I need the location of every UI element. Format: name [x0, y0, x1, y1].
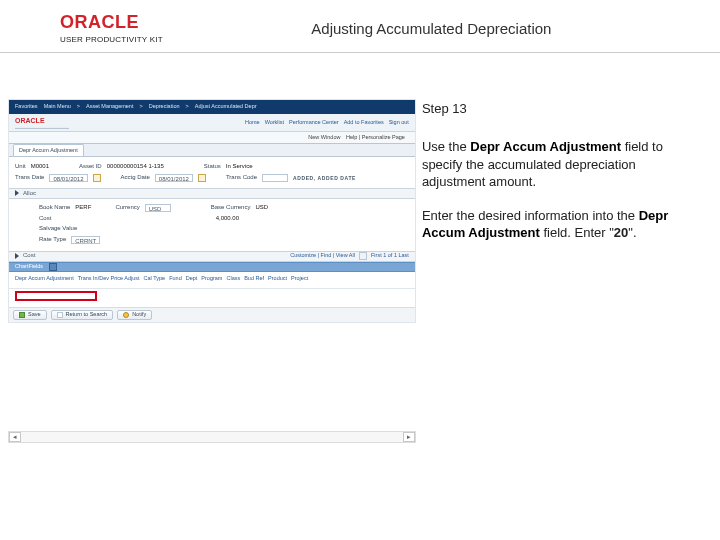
chevron-right-icon — [15, 190, 19, 196]
save-icon — [19, 312, 25, 318]
transdate-input[interactable]: 08/01/2012 — [49, 174, 87, 182]
brand-logo: ORACLE — [60, 12, 139, 33]
acctdate-input[interactable]: 08/01/2012 — [155, 174, 193, 182]
app-logobar: ORACLE Home Worklist Performance Center … — [9, 114, 415, 132]
currency-input[interactable]: USD — [145, 204, 171, 212]
col-header[interactable]: Cal Type — [144, 275, 166, 282]
currency-label: Currency — [115, 204, 139, 212]
grid-row — [9, 289, 415, 307]
scroll-left-arrow[interactable]: ◂ — [9, 432, 21, 442]
tab-depr-accum-adjustment[interactable]: Depr Accum Adjustment — [13, 144, 84, 156]
cost-value: 4,000.00 — [216, 215, 239, 223]
unit-value: M0001 — [31, 163, 49, 171]
form-header: Unit M0001 Asset ID 000000000154 1-135 S… — [9, 157, 415, 188]
notify-label: Notify — [132, 311, 146, 318]
return-label: Return to Search — [66, 311, 108, 318]
bookname-value: PERF — [75, 204, 91, 212]
status-value: In Service — [226, 163, 253, 171]
chevron-right-icon — [15, 253, 19, 259]
col-header[interactable]: Trans In/Dev Price Adjust — [78, 275, 140, 282]
salvage-label: Salvage Value — [39, 225, 77, 233]
calendar-icon[interactable] — [198, 174, 206, 182]
app-user-links: New Window Help | Personalize Page — [9, 132, 415, 143]
brand-subtitle: USER PRODUCTIVITY KIT — [60, 35, 163, 44]
calendar-icon[interactable] — [93, 174, 101, 182]
basecurrency-label: Base Currency — [211, 204, 251, 212]
ratetype-label: Rate Type — [39, 236, 66, 244]
expand-icon[interactable] — [49, 263, 57, 271]
app-tabbar: Depr Accum Adjustment — [9, 143, 415, 157]
app-breadcrumb-bar: Favorites Main Menu> Asset Management> D… — [9, 100, 415, 114]
return-to-search-button[interactable]: Return to Search — [51, 310, 114, 320]
page-header: ORACLE USER PRODUCTIVITY KIT Adjusting A… — [0, 0, 720, 53]
section-alloc-label: Alloc — [23, 190, 36, 198]
breadcrumb-item[interactable]: Main Menu — [44, 103, 71, 110]
page-title: Adjusting Accumulated Depreciation — [203, 20, 660, 37]
app-window: Favorites Main Menu> Asset Management> D… — [8, 99, 416, 323]
grid-customize-links[interactable]: Customize | Find | View All — [290, 252, 355, 259]
app-logo: ORACLE — [15, 116, 69, 125]
instruction-paragraph-1: Use the Depr Accum Adjustment field to s… — [422, 138, 680, 191]
chartfields-label: ChartFields — [15, 263, 43, 270]
horizontal-scrollbar[interactable]: ◂ ▸ — [8, 431, 416, 443]
instruction-panel: Step 13 Use the Depr Accum Adjustment fi… — [422, 99, 680, 443]
header-link[interactable]: Performance Center — [289, 119, 339, 126]
scroll-right-arrow[interactable]: ▸ — [403, 432, 415, 442]
search-icon — [57, 312, 63, 318]
col-header[interactable]: Fund — [169, 275, 182, 282]
header-link[interactable]: Sign out — [389, 119, 409, 126]
depr-accum-adjustment-field[interactable] — [15, 291, 97, 301]
save-button[interactable]: Save — [13, 310, 47, 320]
basecurrency-value: USD — [255, 204, 268, 212]
app-header-links: Home Worklist Performance Center Add to … — [245, 119, 409, 126]
cost-label: Cost — [39, 215, 51, 223]
section-alloc[interactable]: Alloc — [9, 188, 415, 199]
chartfields-strip: ChartFields — [9, 262, 415, 272]
transcode-hint: ADDED, ADDED DATE — [293, 175, 356, 182]
col-header[interactable]: Depr Accum Adjustment — [15, 275, 74, 282]
step-number: Step 13 — [422, 101, 680, 116]
app-screenshot: Favorites Main Menu> Asset Management> D… — [8, 99, 416, 443]
assetid-label: Asset ID — [79, 163, 102, 171]
acctdate-label: Acctg Date — [121, 174, 150, 182]
col-header[interactable]: Program — [201, 275, 222, 282]
unit-label: Unit — [15, 163, 26, 171]
save-label: Save — [28, 311, 41, 318]
input-value-emphasis: 20 — [614, 225, 628, 240]
brand-block: ORACLE USER PRODUCTIVITY KIT — [60, 12, 163, 44]
col-header[interactable]: Class — [226, 275, 240, 282]
breadcrumb-item[interactable]: Asset Management — [86, 103, 133, 110]
col-header[interactable]: Dept — [186, 275, 198, 282]
grid-column-headers: Depr Accum Adjustment Trans In/Dev Price… — [9, 272, 415, 289]
scroll-track[interactable] — [21, 432, 403, 442]
notify-icon — [123, 312, 129, 318]
header-link[interactable]: Home — [245, 119, 260, 126]
section-cost-label: Cost — [23, 252, 35, 260]
header-link[interactable]: Add to Favorites — [344, 119, 384, 126]
col-header[interactable]: Product — [268, 275, 287, 282]
transcode-input[interactable] — [262, 174, 288, 182]
status-label: Status — [204, 163, 221, 171]
instruction-paragraph-2: Enter the desired information into the D… — [422, 207, 680, 242]
assetid-value: 000000000154 1-135 — [107, 163, 164, 171]
page-action-bar: Save Return to Search Notify — [9, 307, 415, 322]
header-link[interactable]: Worklist — [265, 119, 284, 126]
col-header[interactable]: Bud Ref — [244, 275, 264, 282]
alloc-body: Book Name PERF Currency USD Base Currenc… — [9, 199, 415, 251]
notify-button[interactable]: Notify — [117, 310, 152, 320]
breadcrumb-item[interactable]: Adjust Accumulated Depr — [195, 103, 257, 110]
help-personalize[interactable]: Help | Personalize Page — [346, 134, 405, 140]
breadcrumb-item[interactable]: Depreciation — [149, 103, 180, 110]
content-area: Favorites Main Menu> Asset Management> D… — [0, 53, 720, 443]
field-name-emphasis: Depr Accum Adjustment — [470, 139, 621, 154]
breadcrumb-item[interactable]: Favorites — [15, 103, 38, 110]
col-header[interactable]: Project — [291, 275, 308, 282]
section-cost[interactable]: Cost Customize | Find | View All First 1… — [9, 251, 415, 262]
grid-nav[interactable]: First 1 of 1 Last — [371, 252, 409, 259]
ratetype-input[interactable]: CRRNT — [71, 236, 100, 244]
transcode-label: Trans Code — [226, 174, 257, 182]
bookname-label: Book Name — [39, 204, 70, 212]
new-window-link[interactable]: New Window — [308, 134, 340, 140]
transdate-label: Trans Date — [15, 174, 44, 182]
